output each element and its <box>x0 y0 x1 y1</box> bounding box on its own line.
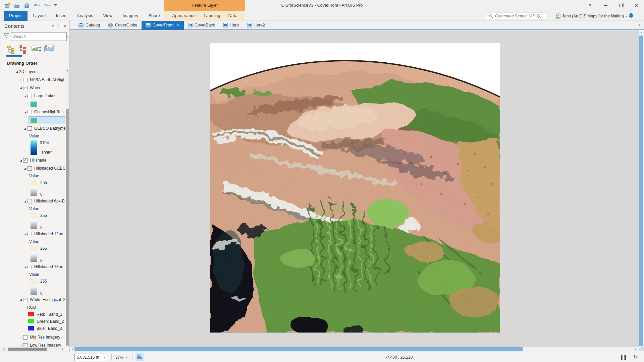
contents-search-input[interactable] <box>13 34 66 39</box>
scroll-right-arrow[interactable]: ► <box>61 348 65 351</box>
layer-checkbox[interactable] <box>28 166 32 171</box>
expander-open-icon[interactable]: ◢ <box>14 70 19 73</box>
layer-nasa-earth[interactable]: ▷ NASA Earth At Nigl <box>1 76 69 84</box>
scroll-up-arrow[interactable]: ▲ <box>640 31 643 34</box>
expander-open-icon[interactable]: ◢ <box>18 159 23 162</box>
layer-checkbox[interactable] <box>28 199 32 203</box>
minimize-button[interactable] <box>598 0 613 11</box>
pin-icon[interactable]: ⊥ <box>57 24 60 28</box>
command-search-input[interactable] <box>495 14 542 18</box>
expander-open-icon[interactable]: ◢ <box>23 265 28 268</box>
undo-button[interactable]: ↶▾ <box>33 2 41 9</box>
contents-vertical-scrollbar[interactable]: ▲ <box>65 69 69 346</box>
list-by-selection-button[interactable] <box>31 45 41 55</box>
layer-hillshaded-12px[interactable]: ◢ Hillshaded 12px- <box>1 230 69 238</box>
panel-close-icon[interactable]: ✕ <box>64 24 67 28</box>
scroll-right-arrow[interactable]: ► <box>635 348 638 351</box>
list-by-drawing-order-button[interactable] <box>6 45 16 55</box>
map-page[interactable] <box>210 43 500 333</box>
layer-gebco-bathymetry[interactable]: ◢ GEBCO Bathyme <box>1 124 69 132</box>
view-tab-hero2[interactable]: Hero2 <box>243 21 269 29</box>
expander-closed-icon[interactable]: ▷ <box>18 344 23 347</box>
user-account[interactable]: John (ArcGIS Maps for the Nation) ▾ <box>556 12 627 20</box>
layer-hillshaded-6px[interactable]: ◢ Hillshaded 6px-B <box>1 197 69 205</box>
contents-horizontal-scrollbar[interactable]: ◄ ► <box>2 347 65 351</box>
ribbon-tab-appearance[interactable]: Appearance <box>168 11 200 21</box>
expander-open-icon[interactable]: ◢ <box>23 167 28 170</box>
ribbon-tab-analysis[interactable]: Analysis <box>72 11 98 21</box>
collapse-ribbon-caret[interactable]: ⌄ <box>637 14 639 17</box>
redo-button[interactable]: ↷▾ <box>43 2 51 9</box>
layer-world-ecological[interactable]: ◢ World_Ecological_2 <box>1 296 69 304</box>
view-tab-hero[interactable]: Hero <box>219 21 243 29</box>
layer-checkbox[interactable] <box>28 232 32 236</box>
pause-drawing-icon[interactable] <box>621 355 626 360</box>
ribbon-tab-imagery[interactable]: Imagery <box>117 11 143 21</box>
ribbon-tab-project[interactable]: Project <box>4 11 28 21</box>
view-tab-coverback[interactable]: CoverBack <box>184 21 219 29</box>
scroll-left-arrow[interactable]: ◄ <box>71 348 73 351</box>
filter-funnel-icon[interactable] <box>4 33 9 39</box>
notifications-bell-icon[interactable] <box>629 13 634 19</box>
ribbon-tab-share[interactable]: Share <box>143 11 165 21</box>
ribbon-tab-data[interactable]: Data <box>224 11 241 21</box>
layer-checkbox[interactable] <box>23 86 28 90</box>
scale-dropdown-caret[interactable]: ▾ <box>102 356 105 359</box>
expander-open-icon[interactable]: ◢ <box>18 86 23 89</box>
refresh-icon[interactable]: ↻ <box>633 354 638 360</box>
scrollbar-thumb[interactable] <box>66 109 69 346</box>
oceans-swatch-row-selected[interactable] <box>1 116 69 124</box>
layer-large-lakes[interactable]: ◢ Large Lakes <box>1 92 69 100</box>
view-tab-coverfront[interactable]: CoverFront ✕ <box>142 21 184 29</box>
layer-hillshade-group[interactable]: ◢ Hillshade <box>1 156 69 164</box>
scroll-up-arrow[interactable]: ▲ <box>65 69 69 73</box>
customize-qat-button[interactable]: ▾ <box>53 3 58 8</box>
expander-open-icon[interactable]: ◢ <box>23 233 28 236</box>
zoom-dropdown-caret[interactable]: ▾ <box>126 356 127 359</box>
layer-hillshaded-gebco[interactable]: ◢ Hillshaded GEBC <box>1 164 69 172</box>
expander-open-icon[interactable]: ◢ <box>23 95 28 98</box>
layer-group-2d[interactable]: ◢ 2D Layers <box>1 68 69 76</box>
open-project-button[interactable] <box>13 2 21 9</box>
layout-grid-snap-button[interactable] <box>136 353 144 361</box>
scroll-left-arrow[interactable]: ◄ <box>2 348 6 351</box>
panel-menu-caret[interactable]: ▾ <box>52 24 54 28</box>
layer-checkbox[interactable] <box>23 78 28 82</box>
layer-checkbox[interactable] <box>28 126 32 131</box>
ribbon-tab-labeling[interactable]: Labeling <box>200 11 224 21</box>
expander-open-icon[interactable]: ◢ <box>23 200 28 203</box>
layer-checkbox[interactable] <box>23 298 28 302</box>
ribbon-tab-view[interactable]: View <box>98 11 117 21</box>
layer-checkbox[interactable] <box>28 94 32 98</box>
large-lakes-swatch-row[interactable] <box>1 100 69 108</box>
undo-dropdown-caret[interactable]: ▾ <box>39 4 40 7</box>
map-scale-combobox[interactable]: 5,031,515 m ▾ <box>74 354 107 361</box>
scrollbar-thumb[interactable] <box>8 348 47 351</box>
layer-water[interactable]: ◢ Water <box>1 84 69 92</box>
layer-hillshaded-18px[interactable]: ◢ Hillshaded 18px- <box>1 263 69 271</box>
layer-checkbox[interactable] <box>23 335 28 340</box>
scrollbar-thumb[interactable] <box>74 347 523 351</box>
layer-mid-res-imagery[interactable]: ▷ Mid Res Imagery <box>1 333 69 341</box>
help-button[interactable]: ? <box>582 0 598 11</box>
tab-overflow-caret[interactable]: ▾ <box>638 23 640 27</box>
expander-open-icon[interactable]: ◢ <box>23 111 28 114</box>
layer-checkbox[interactable] <box>28 265 32 269</box>
contents-search-box[interactable]: ▾ <box>11 32 67 41</box>
new-project-button[interactable] <box>3 2 11 9</box>
ribbon-tab-layout[interactable]: Layout <box>28 11 51 21</box>
view-tab-catalog[interactable]: Catalog <box>74 21 104 29</box>
selected-symbol-row[interactable] <box>29 116 65 124</box>
search-options-caret[interactable]: ▾ <box>67 35 68 38</box>
restore-button[interactable] <box>613 0 629 11</box>
map-view-canvas[interactable]: ◄ ► ▲ <box>70 30 644 351</box>
list-by-source-button[interactable] <box>18 45 28 55</box>
redo-dropdown-caret[interactable]: ▾ <box>49 4 50 7</box>
close-button[interactable]: ✕ <box>629 0 644 11</box>
layer-checkbox[interactable] <box>28 110 32 114</box>
close-tab-icon[interactable]: ✕ <box>177 23 179 27</box>
view-tab-coverglobe[interactable]: CoverGlobe <box>104 21 142 29</box>
ribbon-tab-insert[interactable]: Insert <box>51 11 72 21</box>
list-by-editing-button[interactable] <box>44 45 55 55</box>
map-vertical-scrollbar[interactable]: ▲ <box>639 30 644 347</box>
